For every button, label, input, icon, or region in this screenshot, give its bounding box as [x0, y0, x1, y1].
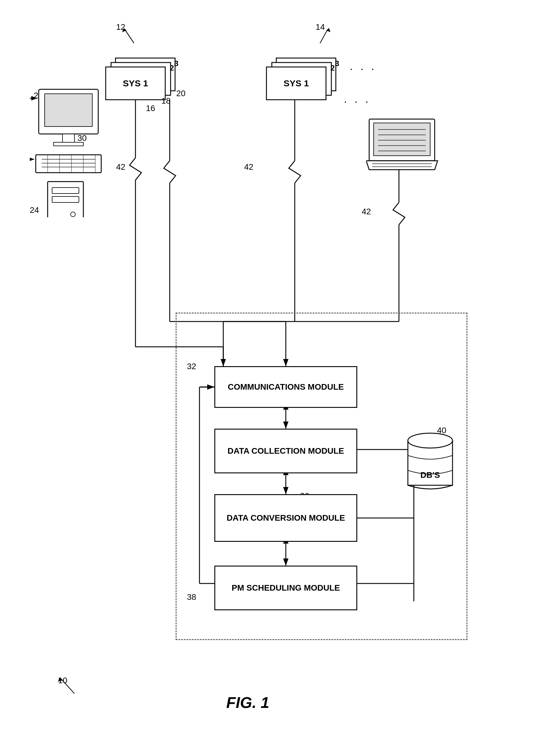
- sys1-left-3: 3: [174, 59, 178, 68]
- sys1-right-3: 3: [335, 59, 339, 68]
- ref10-arrow: [57, 673, 80, 697]
- diagram-container: 12 14 16 18 20 22 24 26 28 30 32 34 36 3…: [0, 0, 560, 749]
- data-conversion-module-box: DATA CONVERSION MODULE: [214, 494, 357, 542]
- ref-42b: 42: [244, 162, 253, 172]
- pm-scheduling-module-label: PM SCHEDULING MODULE: [232, 583, 340, 593]
- svg-rect-52: [52, 188, 79, 193]
- sys1-left-label: SYS 1: [106, 67, 165, 100]
- dbs-cylinder: DB'S: [405, 429, 455, 494]
- data-collection-module-label: DATA COLLECTION MODULE: [228, 446, 344, 456]
- data-collection-module-box: DATA COLLECTION MODULE: [214, 429, 357, 473]
- svg-point-54: [70, 212, 75, 217]
- svg-rect-53: [52, 196, 79, 202]
- ref-42c: 42: [362, 207, 371, 216]
- dots-right: · · ·: [344, 95, 371, 108]
- sys1-right-2: 2: [330, 63, 335, 73]
- svg-text:DB'S: DB'S: [421, 470, 440, 479]
- svg-rect-41: [53, 142, 83, 146]
- svg-marker-64: [366, 161, 438, 170]
- svg-line-70: [61, 679, 74, 693]
- data-conversion-module-label: DATA CONVERSION MODULE: [227, 513, 345, 523]
- communications-module-label: COMMUNICATIONS MODULE: [228, 382, 344, 392]
- ref-16: 16: [146, 104, 155, 113]
- ref-20: 20: [176, 89, 186, 98]
- pm-scheduling-module-box: PM SCHEDULING MODULE: [214, 565, 357, 610]
- svg-point-68: [408, 433, 453, 448]
- svg-line-72: [125, 30, 134, 43]
- ref12-arrow: [119, 24, 143, 48]
- figure-label: FIG. 1: [226, 693, 269, 711]
- laptop-illustration: [366, 117, 440, 177]
- svg-rect-39: [45, 94, 92, 127]
- dots-top: · · ·: [350, 63, 376, 75]
- workstation-illustration: [30, 83, 125, 217]
- svg-line-74: [320, 30, 327, 43]
- ref14-arrow: [311, 24, 335, 48]
- sys1-right-label: SYS 1: [266, 67, 326, 100]
- communications-module-box: COMMUNICATIONS MODULE: [214, 366, 357, 408]
- sys1-left-2: 2: [170, 63, 174, 73]
- svg-rect-42: [36, 155, 101, 173]
- svg-rect-40: [63, 134, 74, 143]
